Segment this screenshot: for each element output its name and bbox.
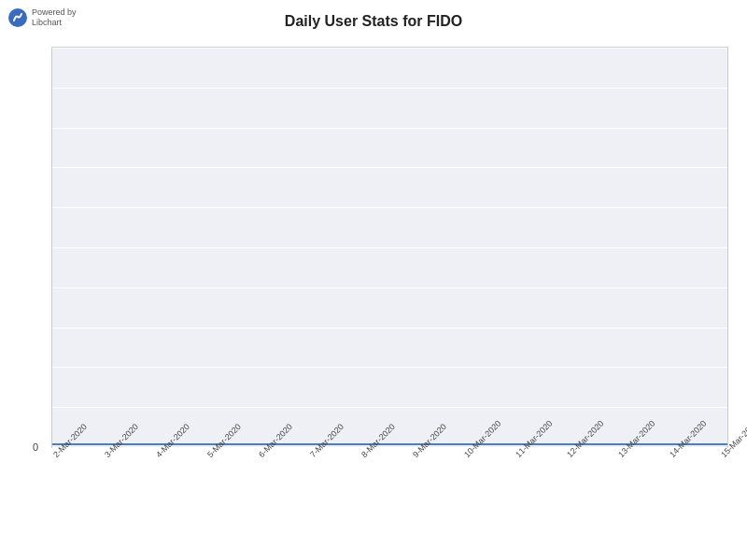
x-axis-label: 10-Mar-2020: [462, 446, 475, 459]
x-axis-label: 14-Mar-2020: [668, 446, 681, 459]
x-axis-label: 4-Mar-2020: [154, 446, 167, 459]
grid-line: [52, 247, 727, 248]
chart-title: Daily User Stats for FIDO: [0, 13, 747, 30]
grid-line: [52, 207, 727, 208]
grid-line: [52, 328, 727, 329]
grid-line: [52, 407, 727, 408]
grid-line: [52, 128, 727, 129]
x-axis-label: 5-Mar-2020: [205, 446, 218, 459]
x-axis-label: 12-Mar-2020: [565, 446, 578, 459]
x-axis-label: 8-Mar-2020: [359, 446, 373, 459]
y-axis-zero-label: 0: [33, 441, 38, 453]
chart-plot-area: [51, 47, 728, 448]
chart-container: Powered by Libchart Daily User Stats for…: [0, 0, 747, 560]
grid-lines: [52, 48, 727, 447]
grid-line: [52, 287, 727, 288]
x-axis-label: 11-Mar-2020: [514, 446, 527, 459]
x-axis-label: 15-Mar-2020: [719, 446, 732, 459]
grid-line: [52, 367, 727, 368]
x-axis-labels: 2-Mar-20203-Mar-20204-Mar-20205-Mar-2020…: [51, 448, 728, 551]
grid-line: [52, 167, 727, 168]
x-axis-label: 6-Mar-2020: [257, 446, 270, 459]
x-axis-label: 7-Mar-2020: [308, 446, 321, 459]
x-axis-label: 2-Mar-2020: [51, 446, 64, 459]
x-axis-label: 3-Mar-2020: [103, 446, 116, 459]
x-axis-label: 9-Mar-2020: [411, 446, 424, 459]
grid-line: [52, 48, 727, 49]
x-axis-label: 13-Mar-2020: [616, 446, 629, 459]
grid-line: [52, 88, 727, 89]
